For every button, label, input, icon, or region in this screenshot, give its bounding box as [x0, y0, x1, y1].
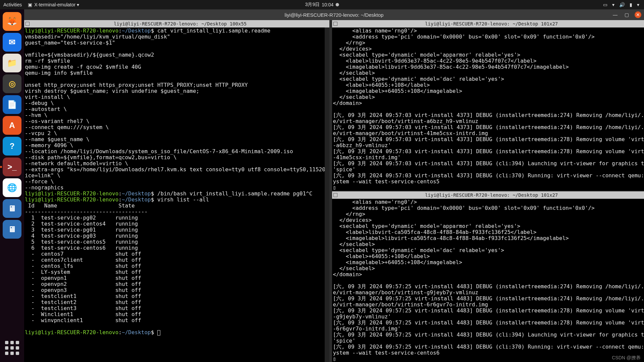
- pane-title: liyi@liyi-RESCUER-R720-lenovo: ~/Desktop…: [114, 21, 247, 26]
- dock-rhythmbox[interactable]: ◎: [3, 74, 21, 93]
- wifi-icon: ▾: [612, 2, 614, 7]
- dock-firefox[interactable]: 🦊: [3, 12, 21, 31]
- window-titlebar[interactable]: liyi@liyi-RESCUER-R720-lenovo: ~/Desktop…: [24, 9, 644, 20]
- pane-maximize-icon[interactable]: [333, 22, 337, 26]
- system-tray[interactable]: ▭ ▾ 🔊 ▮ ▾: [603, 2, 644, 7]
- terminal-pane-left[interactable]: liyi@liyi-RESCUER-R720-lenovo:~/Desktop$…: [24, 27, 329, 362]
- dock: 🦊✉📁◎📄A?>_🌐🖥🖥: [0, 9, 24, 362]
- pane-header-right-1[interactable]: liyi@liyi-RESCUER-R720-lenovo: ~/Desktop…: [332, 20, 644, 27]
- show-applications-button[interactable]: [3, 339, 21, 357]
- notification-dot-icon: [335, 3, 339, 6]
- clock-time: 10:04: [322, 2, 333, 7]
- window-close-button[interactable]: ✕: [635, 11, 641, 18]
- app-menu[interactable]: ▣ X-terminal-emulator ▾: [28, 2, 79, 7]
- dock-thunderbird[interactable]: ✉: [3, 33, 21, 52]
- dock-remote-desktop-2[interactable]: 🖥: [3, 220, 21, 239]
- scrollbar[interactable]: [325, 27, 329, 362]
- chevron-down-icon: ▾: [637, 2, 639, 7]
- watermark: CSDN @撩养: [612, 355, 641, 361]
- window-minimize-button[interactable]: —: [612, 11, 619, 18]
- pane-header-right-2[interactable]: liyi@liyi-RESCUER-R720-lenovo: ~/Desktop…: [332, 191, 644, 199]
- dock-libreoffice-writer[interactable]: 📄: [3, 95, 21, 114]
- dock-software[interactable]: A: [3, 116, 21, 135]
- volume-icon: 🔊: [619, 2, 625, 7]
- dock-remote-desktop-1[interactable]: 🖥: [3, 199, 21, 218]
- pane-header-left[interactable]: liyi@liyi-RESCUER-R720-lenovo: ~/Desktop…: [24, 20, 329, 27]
- clock[interactable]: 3月9日 10:04: [305, 2, 339, 8]
- pane-maximize-icon[interactable]: [333, 193, 337, 197]
- pane-title: liyi@liyi-RESCUER-R720-lenovo: ~/Desktop…: [425, 192, 558, 198]
- pane-title: liyi@liyi-RESCUER-R720-lenovo: ~/Desktop…: [425, 21, 558, 26]
- clock-date: 3月9日: [305, 2, 320, 8]
- app-menu-icon: ▣: [28, 2, 32, 7]
- dock-files[interactable]: 📁: [3, 54, 21, 72]
- window-maximize-button[interactable]: ▢: [623, 11, 630, 18]
- activities-button[interactable]: Activities: [3, 2, 22, 7]
- dock-terminal[interactable]: >_: [3, 158, 21, 176]
- battery-icon: ▮: [630, 2, 632, 7]
- dock-chrome[interactable]: 🌐: [3, 178, 21, 197]
- terminal-pane-right-1[interactable]: <alias name='rng0'/> <address type='pci'…: [332, 27, 644, 191]
- gnome-topbar: Activities ▣ X-terminal-emulator ▾ 3月9日 …: [0, 0, 644, 9]
- terminal-pane-right-2[interactable]: <alias name='rng0'/> <address type='pci'…: [332, 199, 644, 362]
- pane-maximize-icon[interactable]: [25, 22, 30, 26]
- window-title: liyi@liyi-RESCUER-R720-lenovo: ~/Desktop: [285, 12, 384, 18]
- indicator-icon: ▭: [603, 2, 607, 7]
- terminal-window: liyi@liyi-RESCUER-R720-lenovo: ~/Desktop…: [24, 9, 644, 362]
- dock-help[interactable]: ?: [3, 137, 21, 156]
- app-menu-label: X-terminal-emulator ▾: [34, 2, 79, 7]
